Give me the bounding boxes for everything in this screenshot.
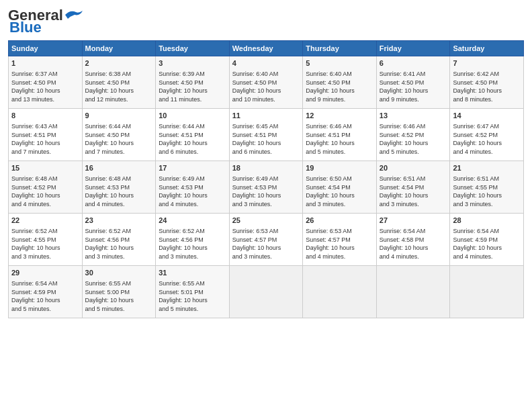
day-detail: and 4 minutes. [306, 253, 373, 261]
calendar-cell: 11Sunrise: 6:45 AMSunset: 4:51 PMDayligh… [229, 109, 303, 161]
day-detail: and 4 minutes. [159, 200, 226, 209]
day-number: 3 [159, 58, 226, 69]
day-detail: Daylight: 10 hours [159, 139, 226, 148]
day-detail: Sunrise: 6:53 AM [232, 227, 300, 236]
calendar-week-3: 15Sunrise: 6:48 AMSunset: 4:52 PMDayligh… [9, 161, 524, 214]
day-number: 14 [453, 111, 521, 122]
header-cell-monday: Monday [82, 41, 156, 56]
day-detail: Sunrise: 6:51 AM [453, 175, 521, 183]
calendar-cell: 13Sunrise: 6:46 AMSunset: 4:52 PMDayligh… [376, 109, 450, 161]
calendar-cell: 25Sunrise: 6:53 AMSunset: 4:57 PMDayligh… [229, 214, 303, 266]
day-detail: Sunset: 5:00 PM [85, 288, 153, 297]
calendar-cell [376, 266, 450, 318]
day-detail: Sunset: 4:50 PM [306, 79, 373, 87]
day-detail: Sunrise: 6:42 AM [453, 70, 521, 79]
day-detail: Sunset: 4:56 PM [159, 236, 226, 244]
header-cell-sunday: Sunday [9, 41, 83, 56]
day-detail: and 5 minutes. [85, 305, 153, 314]
day-number: 28 [453, 216, 521, 226]
day-number: 6 [380, 58, 447, 69]
calendar-cell: 20Sunrise: 6:51 AMSunset: 4:54 PMDayligh… [376, 161, 450, 214]
calendar-cell: 12Sunrise: 6:46 AMSunset: 4:51 PMDayligh… [303, 109, 377, 161]
calendar-cell: 18Sunrise: 6:49 AMSunset: 4:53 PMDayligh… [229, 161, 303, 214]
day-detail: Sunrise: 6:52 AM [11, 227, 79, 236]
calendar-week-1: 1Sunrise: 6:37 AMSunset: 4:50 PMDaylight… [9, 56, 524, 109]
day-detail: Sunrise: 6:54 AM [453, 227, 521, 236]
day-detail: Daylight: 10 hours [306, 244, 373, 253]
day-number: 19 [306, 163, 373, 174]
day-detail: Sunset: 4:51 PM [306, 131, 373, 140]
day-detail: Sunset: 4:51 PM [11, 131, 79, 140]
day-detail: Sunrise: 6:41 AM [380, 70, 447, 79]
day-detail: Sunset: 4:58 PM [380, 236, 447, 244]
day-detail: and 3 minutes. [232, 200, 300, 209]
calendar-cell: 15Sunrise: 6:48 AMSunset: 4:52 PMDayligh… [9, 161, 83, 214]
calendar-cell: 10Sunrise: 6:44 AMSunset: 4:51 PMDayligh… [156, 109, 230, 161]
day-number: 27 [380, 216, 447, 226]
day-detail: and 3 minutes. [306, 200, 373, 209]
day-detail: Daylight: 10 hours [232, 191, 300, 200]
day-detail: Sunrise: 6:51 AM [380, 175, 447, 183]
day-detail: Sunrise: 6:52 AM [159, 227, 226, 236]
day-number: 2 [85, 58, 153, 69]
day-detail: Daylight: 10 hours [159, 296, 226, 305]
day-number: 18 [232, 163, 300, 174]
calendar-table: SundayMondayTuesdayWednesdayThursdayFrid… [8, 40, 524, 318]
day-number: 5 [306, 58, 373, 69]
day-detail: Sunset: 4:50 PM [159, 79, 226, 87]
day-number: 31 [159, 268, 226, 279]
day-number: 21 [453, 163, 521, 174]
day-detail: Sunset: 4:57 PM [232, 236, 300, 244]
logo-blue: Blue [9, 19, 42, 36]
day-detail: Sunrise: 6:44 AM [159, 122, 226, 131]
day-detail: and 8 minutes. [453, 95, 521, 104]
day-detail: Sunrise: 6:50 AM [306, 175, 373, 183]
day-number: 15 [11, 163, 79, 174]
day-detail: and 12 minutes. [85, 95, 153, 104]
calendar-cell [303, 266, 377, 318]
calendar-cell [450, 266, 524, 318]
day-detail: and 5 minutes. [159, 305, 226, 314]
day-detail: and 3 minutes. [453, 200, 521, 209]
day-number: 20 [380, 163, 447, 174]
calendar-week-5: 29Sunrise: 6:54 AMSunset: 4:59 PMDayligh… [9, 266, 524, 318]
day-detail: Sunset: 4:52 PM [380, 131, 447, 140]
day-detail: Sunset: 4:50 PM [380, 79, 447, 87]
day-detail: Sunrise: 6:44 AM [85, 122, 153, 131]
day-detail: Sunset: 4:59 PM [453, 236, 521, 244]
header-cell-wednesday: Wednesday [229, 41, 303, 56]
day-detail: Daylight: 10 hours [453, 191, 521, 200]
calendar-cell: 6Sunrise: 6:41 AMSunset: 4:50 PMDaylight… [376, 56, 450, 109]
calendar-cell [229, 266, 303, 318]
day-detail: Daylight: 10 hours [85, 139, 153, 148]
day-detail: Sunset: 4:54 PM [380, 183, 447, 192]
day-detail: and 9 minutes. [380, 95, 447, 104]
day-detail: Sunset: 4:53 PM [232, 183, 300, 192]
day-detail: and 4 minutes. [85, 200, 153, 209]
day-detail: Daylight: 10 hours [11, 87, 79, 95]
day-detail: Sunrise: 6:52 AM [85, 227, 153, 236]
day-detail: Sunrise: 6:45 AM [232, 122, 300, 131]
day-number: 17 [159, 163, 226, 174]
day-detail: Sunrise: 6:46 AM [306, 122, 373, 131]
calendar-cell: 22Sunrise: 6:52 AMSunset: 4:55 PMDayligh… [9, 214, 83, 266]
calendar-cell: 27Sunrise: 6:54 AMSunset: 4:58 PMDayligh… [376, 214, 450, 266]
day-detail: Sunrise: 6:38 AM [85, 70, 153, 79]
day-detail: Daylight: 10 hours [453, 87, 521, 95]
day-detail: Daylight: 10 hours [159, 191, 226, 200]
calendar-cell: 9Sunrise: 6:44 AMSunset: 4:50 PMDaylight… [82, 109, 156, 161]
day-detail: Sunrise: 6:48 AM [11, 175, 79, 183]
day-number: 1 [11, 58, 79, 69]
day-detail: Sunrise: 6:37 AM [11, 70, 79, 79]
calendar-cell: 1Sunrise: 6:37 AMSunset: 4:50 PMDaylight… [9, 56, 83, 109]
header-cell-tuesday: Tuesday [156, 41, 230, 56]
calendar-cell: 30Sunrise: 6:55 AMSunset: 5:00 PMDayligh… [82, 266, 156, 318]
calendar-cell: 8Sunrise: 6:43 AMSunset: 4:51 PMDaylight… [9, 109, 83, 161]
calendar-cell: 26Sunrise: 6:53 AMSunset: 4:57 PMDayligh… [303, 214, 377, 266]
calendar-cell: 23Sunrise: 6:52 AMSunset: 4:56 PMDayligh… [82, 214, 156, 266]
day-number: 13 [380, 111, 447, 122]
day-detail: Daylight: 10 hours [85, 244, 153, 253]
day-detail: Daylight: 10 hours [11, 296, 79, 305]
day-detail: and 3 minutes. [232, 253, 300, 261]
day-detail: Daylight: 10 hours [453, 139, 521, 148]
